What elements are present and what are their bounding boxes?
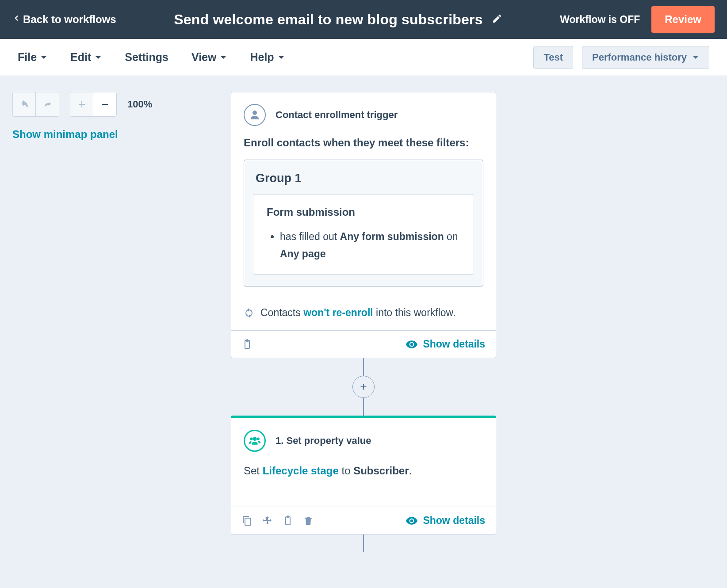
chevron-down-icon — [40, 55, 47, 60]
trigger-card[interactable]: Contact enrollment trigger Enroll contac… — [231, 92, 496, 358]
workflow-flow: Contact enrollment trigger Enroll contac… — [231, 92, 496, 552]
enroll-description: Enroll contacts when they meet these fil… — [244, 137, 483, 149]
test-button[interactable]: Test — [533, 46, 573, 69]
action-title: 1. Set property value — [275, 435, 371, 447]
performance-history-button[interactable]: Performance history — [582, 46, 709, 69]
action-card[interactable]: 1. Set property value Set Lifecycle stag… — [231, 416, 496, 535]
move-icon[interactable] — [262, 515, 273, 526]
menu-help[interactable]: Help — [250, 51, 284, 64]
menu-edit[interactable]: Edit — [70, 51, 102, 64]
review-button[interactable]: Review — [651, 6, 715, 33]
app-header: Back to workflows Send welcome email to … — [0, 0, 727, 39]
zoom-out-button[interactable] — [93, 92, 116, 116]
menubar: File Edit Settings View Help Test Perfor… — [0, 39, 727, 76]
chevron-left-icon — [12, 11, 20, 27]
show-details-link[interactable]: Show details — [406, 338, 485, 350]
chevron-down-icon — [95, 55, 102, 60]
refresh-icon — [244, 308, 254, 318]
undo-icon — [19, 99, 30, 110]
undo-redo-group — [12, 92, 59, 117]
menu-view[interactable]: View — [191, 51, 227, 64]
menu-settings[interactable]: Settings — [125, 51, 168, 64]
workflow-canvas: 100% Show minimap panel Contact enrollme… — [0, 76, 727, 588]
connector — [363, 398, 364, 416]
property-link[interactable]: Lifecycle stage — [263, 465, 339, 477]
group-title: Group 1 — [256, 172, 474, 185]
minus-icon — [99, 99, 110, 110]
undo-button[interactable] — [13, 92, 36, 116]
trash-icon[interactable] — [303, 515, 314, 526]
chevron-down-icon — [220, 55, 227, 60]
add-step-button[interactable] — [352, 376, 375, 398]
show-details-link[interactable]: Show details — [406, 515, 485, 527]
trigger-title: Contact enrollment trigger — [275, 109, 398, 121]
eye-icon — [406, 340, 417, 349]
chevron-down-icon — [692, 55, 699, 60]
filter-title: Form submission — [267, 206, 460, 218]
clipboard-icon[interactable] — [242, 339, 253, 350]
connector — [363, 358, 364, 376]
back-label: Back to workflows — [23, 13, 116, 26]
workflow-title: Send welcome email to new blog subscribe… — [174, 11, 482, 28]
edit-title-icon[interactable] — [492, 13, 502, 26]
show-minimap-link[interactable]: Show minimap panel — [12, 128, 118, 141]
redo-icon — [42, 99, 53, 110]
action-description: Set Lifecycle stage to Subscriber. — [244, 462, 483, 479]
contact-icon — [244, 104, 266, 126]
filter-box: Form submission has filled out Any form … — [253, 194, 474, 275]
contacts-icon — [244, 430, 266, 452]
plus-icon — [359, 382, 368, 392]
canvas-tools: 100% — [12, 92, 152, 117]
filter-list: has filled out Any form submission on An… — [267, 228, 460, 263]
connector — [363, 535, 364, 552]
zoom-group — [70, 92, 117, 117]
menu-file[interactable]: File — [18, 51, 47, 64]
workflow-status: Workflow is OFF — [560, 14, 640, 26]
zoom-level: 100% — [127, 99, 152, 110]
filter-group[interactable]: Group 1 Form submission has filled out A… — [244, 160, 483, 286]
back-to-workflows[interactable]: Back to workflows — [12, 11, 116, 27]
copy-icon[interactable] — [242, 515, 253, 526]
plus-icon — [77, 99, 87, 110]
chevron-down-icon — [278, 55, 285, 60]
redo-button[interactable] — [36, 92, 59, 116]
trigger-card-footer: Show details — [231, 330, 496, 358]
reenroll-row: Contacts won't re-enroll into this workf… — [244, 307, 483, 319]
clipboard-icon[interactable] — [283, 515, 293, 526]
eye-icon — [406, 516, 417, 525]
reenroll-link[interactable]: won't re-enroll — [303, 307, 373, 318]
filter-item: has filled out Any form submission on An… — [280, 228, 460, 263]
zoom-in-button[interactable] — [70, 92, 93, 116]
action-card-footer: Show details — [231, 507, 496, 534]
